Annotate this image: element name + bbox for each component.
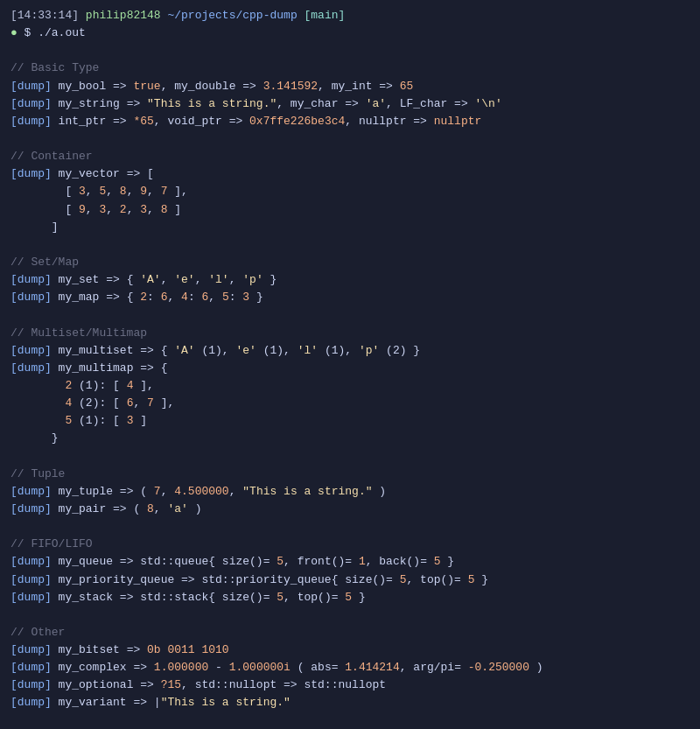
empty-1: [10, 42, 690, 60]
dump-stack: [dump] my_stack => std::stack{ size()= 5…: [10, 589, 690, 606]
prompt-line: ● $ ./a.out: [10, 25, 690, 42]
prompt-command: $ ./a.out: [24, 26, 86, 39]
comment-basic-type: // Basic Type: [10, 60, 690, 77]
dump-queue: [dump] my_queue => std::queue{ size()= 5…: [10, 553, 690, 571]
timestamp-title: [14:33:14]: [10, 9, 86, 22]
title-line: [14:33:14] philip82148 ~/projects/cpp-du…: [10, 7, 690, 25]
dump-pair: [dump] my_pair => ( 8, 'a' ): [10, 501, 690, 518]
comment-multiset: // Multiset/Multimap: [10, 325, 690, 342]
dump-set: [dump] my_set => { 'A', 'e', 'l', 'p' }: [10, 271, 690, 289]
dump-multimap-2: 2 (1): [ 4 ],: [10, 377, 690, 395]
dump-multimap-3: 4 (2): [ 6, 7 ],: [10, 395, 690, 412]
dump-bool: [dump] my_bool => true, my_double => 3.1…: [10, 78, 690, 95]
dump-tuple: [dump] my_tuple => ( 7, 4.500000, "This …: [10, 483, 690, 501]
terminal-window: [14:33:14] philip82148 ~/projects/cpp-du…: [10, 7, 690, 729]
dump-vector-2: [ 3, 5, 8, 9, 7 ],: [10, 183, 690, 200]
dump-vector-3: [ 9, 3, 2, 3, 8 ]: [10, 201, 690, 219]
branch: [main]: [304, 9, 345, 22]
dump-priority-queue: [dump] my_priority_queue => std::priorit…: [10, 571, 690, 589]
comment-tuple: // Tuple: [10, 466, 690, 483]
dump-vector-1: [dump] my_vector => [: [10, 165, 690, 183]
empty-5: [10, 448, 690, 466]
dump-variant: [dump] my_variant => |"This is a string.…: [10, 694, 690, 711]
prompt-dot: ●: [10, 26, 24, 39]
dump-bitset: [dump] my_bitset => 0b 0011 1010: [10, 641, 690, 659]
dump-string: [dump] my_string => "This is a string.",…: [10, 95, 690, 113]
dump-ptr: [dump] int_ptr => *65, void_ptr => 0x7ff…: [10, 113, 690, 130]
dump-map: [dump] my_map => { 2: 6, 4: 6, 5: 3 }: [10, 289, 690, 306]
empty-6: [10, 518, 690, 536]
dump-multimap-5: }: [10, 430, 690, 447]
comment-container: // Container: [10, 148, 690, 165]
empty-8: [10, 712, 690, 729]
comment-setmap: // Set/Map: [10, 254, 690, 271]
empty-4: [10, 306, 690, 324]
comment-fifo: // FIFO/LIFO: [10, 536, 690, 553]
username: philip82148: [86, 9, 168, 22]
dump-multimap-1: [dump] my_multimap => {: [10, 360, 690, 377]
dump-multimap-4: 5 (1): [ 3 ]: [10, 412, 690, 430]
empty-2: [10, 130, 690, 148]
empty-7: [10, 606, 690, 624]
empty-3: [10, 236, 690, 254]
dump-multiset: [dump] my_multiset => { 'A' (1), 'e' (1)…: [10, 342, 690, 360]
dump-optional: [dump] my_optional => ?15, std::nullopt …: [10, 676, 690, 694]
comment-other: // Other: [10, 624, 690, 641]
dump-vector-4: ]: [10, 219, 690, 236]
directory: ~/projects/cpp-dump: [167, 9, 304, 22]
dump-complex: [dump] my_complex => 1.000000 - 1.000000…: [10, 659, 690, 676]
